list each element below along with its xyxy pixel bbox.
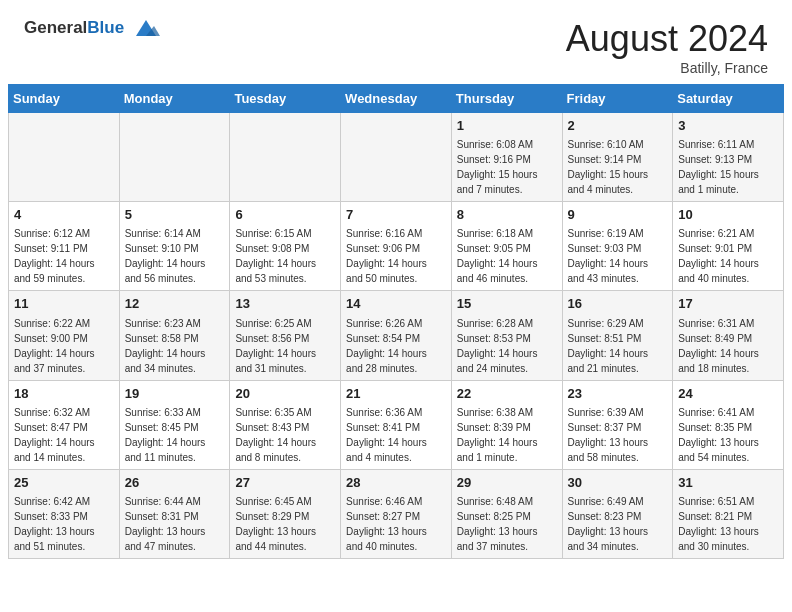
day-info: Sunrise: 6:15 AM Sunset: 9:08 PM Dayligh… — [235, 228, 316, 284]
calendar-day: 4Sunrise: 6:12 AM Sunset: 9:11 PM Daylig… — [9, 202, 120, 291]
day-of-week-header: Friday — [562, 85, 673, 113]
calendar-day: 28Sunrise: 6:46 AM Sunset: 8:27 PM Dayli… — [341, 469, 452, 558]
calendar-header: SundayMondayTuesdayWednesdayThursdayFrid… — [9, 85, 784, 113]
day-number: 27 — [235, 474, 335, 492]
day-of-week-header: Thursday — [451, 85, 562, 113]
day-info: Sunrise: 6:33 AM Sunset: 8:45 PM Dayligh… — [125, 407, 206, 463]
day-info: Sunrise: 6:38 AM Sunset: 8:39 PM Dayligh… — [457, 407, 538, 463]
day-number: 24 — [678, 385, 778, 403]
day-number: 7 — [346, 206, 446, 224]
day-number: 30 — [568, 474, 668, 492]
calendar-day: 18Sunrise: 6:32 AM Sunset: 8:47 PM Dayli… — [9, 380, 120, 469]
calendar-day: 6Sunrise: 6:15 AM Sunset: 9:08 PM Daylig… — [230, 202, 341, 291]
day-number: 17 — [678, 295, 778, 313]
day-number: 19 — [125, 385, 225, 403]
day-number: 5 — [125, 206, 225, 224]
day-info: Sunrise: 6:44 AM Sunset: 8:31 PM Dayligh… — [125, 496, 206, 552]
calendar-table: SundayMondayTuesdayWednesdayThursdayFrid… — [8, 84, 784, 559]
calendar-empty — [341, 113, 452, 202]
calendar-day: 14Sunrise: 6:26 AM Sunset: 8:54 PM Dayli… — [341, 291, 452, 380]
calendar-day: 3Sunrise: 6:11 AM Sunset: 9:13 PM Daylig… — [673, 113, 784, 202]
day-number: 1 — [457, 117, 557, 135]
day-info: Sunrise: 6:46 AM Sunset: 8:27 PM Dayligh… — [346, 496, 427, 552]
calendar-day: 7Sunrise: 6:16 AM Sunset: 9:06 PM Daylig… — [341, 202, 452, 291]
calendar-day: 25Sunrise: 6:42 AM Sunset: 8:33 PM Dayli… — [9, 469, 120, 558]
calendar-empty — [9, 113, 120, 202]
day-number: 12 — [125, 295, 225, 313]
day-number: 22 — [457, 385, 557, 403]
day-info: Sunrise: 6:28 AM Sunset: 8:53 PM Dayligh… — [457, 318, 538, 374]
calendar-day: 17Sunrise: 6:31 AM Sunset: 8:49 PM Dayli… — [673, 291, 784, 380]
calendar-day: 9Sunrise: 6:19 AM Sunset: 9:03 PM Daylig… — [562, 202, 673, 291]
day-of-week-header: Tuesday — [230, 85, 341, 113]
day-info: Sunrise: 6:29 AM Sunset: 8:51 PM Dayligh… — [568, 318, 649, 374]
day-number: 26 — [125, 474, 225, 492]
day-info: Sunrise: 6:14 AM Sunset: 9:10 PM Dayligh… — [125, 228, 206, 284]
logo-text-general: General — [24, 18, 87, 37]
day-number: 20 — [235, 385, 335, 403]
calendar-day: 16Sunrise: 6:29 AM Sunset: 8:51 PM Dayli… — [562, 291, 673, 380]
day-info: Sunrise: 6:11 AM Sunset: 9:13 PM Dayligh… — [678, 139, 759, 195]
calendar-day: 30Sunrise: 6:49 AM Sunset: 8:23 PM Dayli… — [562, 469, 673, 558]
day-number: 15 — [457, 295, 557, 313]
day-number: 14 — [346, 295, 446, 313]
day-info: Sunrise: 6:49 AM Sunset: 8:23 PM Dayligh… — [568, 496, 649, 552]
calendar-empty — [119, 113, 230, 202]
day-of-week-header: Saturday — [673, 85, 784, 113]
calendar-empty — [230, 113, 341, 202]
day-info: Sunrise: 6:10 AM Sunset: 9:14 PM Dayligh… — [568, 139, 649, 195]
logo-text-blue: Blue — [87, 18, 124, 37]
day-number: 13 — [235, 295, 335, 313]
day-info: Sunrise: 6:41 AM Sunset: 8:35 PM Dayligh… — [678, 407, 759, 463]
title-block: August 2024 Batilly, France — [566, 18, 768, 76]
day-info: Sunrise: 6:18 AM Sunset: 9:05 PM Dayligh… — [457, 228, 538, 284]
calendar-day: 29Sunrise: 6:48 AM Sunset: 8:25 PM Dayli… — [451, 469, 562, 558]
page-header: GeneralBlue August 2024 Batilly, France — [0, 0, 792, 84]
calendar-day: 24Sunrise: 6:41 AM Sunset: 8:35 PM Dayli… — [673, 380, 784, 469]
day-of-week-header: Sunday — [9, 85, 120, 113]
location-label: Batilly, France — [566, 60, 768, 76]
day-info: Sunrise: 6:51 AM Sunset: 8:21 PM Dayligh… — [678, 496, 759, 552]
day-info: Sunrise: 6:25 AM Sunset: 8:56 PM Dayligh… — [235, 318, 316, 374]
calendar-day: 26Sunrise: 6:44 AM Sunset: 8:31 PM Dayli… — [119, 469, 230, 558]
day-number: 16 — [568, 295, 668, 313]
day-number: 29 — [457, 474, 557, 492]
calendar-day: 27Sunrise: 6:45 AM Sunset: 8:29 PM Dayli… — [230, 469, 341, 558]
day-number: 9 — [568, 206, 668, 224]
day-info: Sunrise: 6:22 AM Sunset: 9:00 PM Dayligh… — [14, 318, 95, 374]
day-number: 10 — [678, 206, 778, 224]
calendar-day: 12Sunrise: 6:23 AM Sunset: 8:58 PM Dayli… — [119, 291, 230, 380]
day-number: 4 — [14, 206, 114, 224]
day-info: Sunrise: 6:42 AM Sunset: 8:33 PM Dayligh… — [14, 496, 95, 552]
day-info: Sunrise: 6:21 AM Sunset: 9:01 PM Dayligh… — [678, 228, 759, 284]
day-info: Sunrise: 6:31 AM Sunset: 8:49 PM Dayligh… — [678, 318, 759, 374]
day-info: Sunrise: 6:23 AM Sunset: 8:58 PM Dayligh… — [125, 318, 206, 374]
day-info: Sunrise: 6:16 AM Sunset: 9:06 PM Dayligh… — [346, 228, 427, 284]
calendar-day: 23Sunrise: 6:39 AM Sunset: 8:37 PM Dayli… — [562, 380, 673, 469]
calendar-day: 13Sunrise: 6:25 AM Sunset: 8:56 PM Dayli… — [230, 291, 341, 380]
day-info: Sunrise: 6:12 AM Sunset: 9:11 PM Dayligh… — [14, 228, 95, 284]
day-number: 3 — [678, 117, 778, 135]
day-info: Sunrise: 6:48 AM Sunset: 8:25 PM Dayligh… — [457, 496, 538, 552]
calendar-day: 2Sunrise: 6:10 AM Sunset: 9:14 PM Daylig… — [562, 113, 673, 202]
day-number: 18 — [14, 385, 114, 403]
logo: GeneralBlue — [24, 18, 160, 40]
day-number: 8 — [457, 206, 557, 224]
day-number: 23 — [568, 385, 668, 403]
calendar-day: 21Sunrise: 6:36 AM Sunset: 8:41 PM Dayli… — [341, 380, 452, 469]
calendar-body: 1Sunrise: 6:08 AM Sunset: 9:16 PM Daylig… — [9, 113, 784, 559]
day-number: 21 — [346, 385, 446, 403]
day-info: Sunrise: 6:19 AM Sunset: 9:03 PM Dayligh… — [568, 228, 649, 284]
calendar-day: 22Sunrise: 6:38 AM Sunset: 8:39 PM Dayli… — [451, 380, 562, 469]
calendar-day: 11Sunrise: 6:22 AM Sunset: 9:00 PM Dayli… — [9, 291, 120, 380]
day-number: 31 — [678, 474, 778, 492]
day-info: Sunrise: 6:39 AM Sunset: 8:37 PM Dayligh… — [568, 407, 649, 463]
day-number: 28 — [346, 474, 446, 492]
day-number: 2 — [568, 117, 668, 135]
calendar-day: 20Sunrise: 6:35 AM Sunset: 8:43 PM Dayli… — [230, 380, 341, 469]
day-of-week-header: Monday — [119, 85, 230, 113]
calendar-day: 5Sunrise: 6:14 AM Sunset: 9:10 PM Daylig… — [119, 202, 230, 291]
logo-icon — [132, 18, 160, 40]
calendar-day: 10Sunrise: 6:21 AM Sunset: 9:01 PM Dayli… — [673, 202, 784, 291]
calendar-day: 15Sunrise: 6:28 AM Sunset: 8:53 PM Dayli… — [451, 291, 562, 380]
